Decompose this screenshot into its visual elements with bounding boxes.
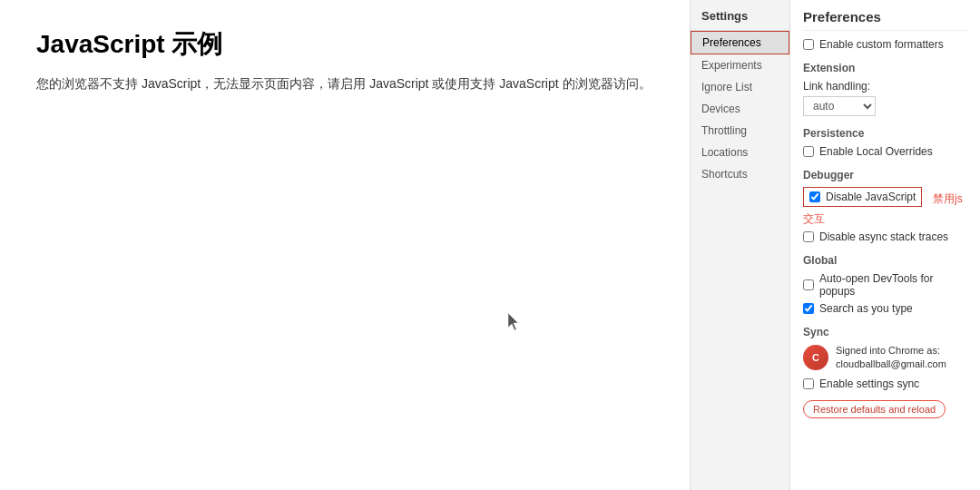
sync-section-title: Sync bbox=[803, 326, 967, 338]
enable-local-overrides-label: Enable Local Overrides bbox=[819, 145, 933, 158]
sidebar-item-preferences[interactable]: Preferences bbox=[691, 31, 789, 54]
disable-javascript-item[interactable]: Disable JavaScript bbox=[803, 187, 922, 207]
search-as-you-type-label: Search as you type bbox=[819, 302, 913, 315]
preferences-panel: Preferences Enable custom formatters Ext… bbox=[790, 0, 980, 490]
persistence-section-title: Persistence bbox=[803, 127, 967, 140]
settings-header: Settings bbox=[691, 0, 789, 31]
disable-javascript-row: Disable JavaScript 禁用js交互 bbox=[803, 187, 967, 227]
preferences-title: Preferences bbox=[803, 9, 967, 31]
sync-text: Signed into Chrome as: cloudballball@gma… bbox=[836, 344, 946, 372]
settings-sidebar: Settings Preferences Experiments Ignore … bbox=[691, 0, 790, 490]
enable-custom-formatters-label: Enable custom formatters bbox=[819, 38, 944, 51]
page-title: JavaScript 示例 bbox=[36, 27, 653, 62]
sidebar-item-devices[interactable]: Devices bbox=[691, 98, 789, 120]
devtools-panel: Settings Preferences Experiments Ignore … bbox=[690, 0, 980, 490]
disable-javascript-label: Disable JavaScript bbox=[826, 191, 916, 203]
webpage-panel: JavaScript 示例 您的浏览器不支持 JavaScript，无法显示页面… bbox=[0, 0, 690, 490]
debugger-section-title: Debugger bbox=[803, 169, 967, 181]
enable-settings-sync-checkbox[interactable] bbox=[803, 378, 814, 389]
link-handling-select[interactable]: auto bbox=[803, 96, 876, 116]
global-section-title: Global bbox=[803, 254, 967, 267]
disable-async-stack-traces-label: Disable async stack traces bbox=[819, 230, 948, 243]
enable-local-overrides-item[interactable]: Enable Local Overrides bbox=[803, 145, 967, 158]
link-handling-label: Link handling: bbox=[803, 80, 967, 93]
disable-javascript-checkbox[interactable] bbox=[809, 191, 820, 202]
sidebar-item-experiments[interactable]: Experiments bbox=[691, 54, 789, 76]
disable-async-stack-traces-item[interactable]: Disable async stack traces bbox=[803, 230, 967, 243]
auto-open-devtools-item[interactable]: Auto-open DevTools for popups bbox=[803, 272, 967, 298]
cursor-icon bbox=[508, 313, 523, 331]
signed-in-label: Signed into Chrome as: bbox=[836, 344, 946, 358]
avatar: C bbox=[803, 345, 828, 370]
sync-info: C Signed into Chrome as: cloudballball@g… bbox=[803, 344, 967, 372]
enable-settings-sync-label: Enable settings sync bbox=[819, 377, 919, 390]
sidebar-item-ignore-list[interactable]: Ignore List bbox=[691, 76, 789, 98]
sidebar-item-throttling[interactable]: Throttling bbox=[691, 120, 789, 142]
enable-custom-formatters-checkbox[interactable] bbox=[803, 39, 814, 50]
disable-async-stack-traces-checkbox[interactable] bbox=[803, 231, 814, 242]
search-as-you-type-item[interactable]: Search as you type bbox=[803, 302, 967, 315]
user-email: cloudballball@gmail.com bbox=[836, 358, 946, 371]
extension-section-title: Extension bbox=[803, 62, 967, 74]
sidebar-item-shortcuts[interactable]: Shortcuts bbox=[691, 163, 789, 185]
auto-open-devtools-checkbox[interactable] bbox=[803, 279, 814, 290]
restore-defaults-button[interactable]: Restore defaults and reload bbox=[803, 400, 946, 418]
search-as-you-type-checkbox[interactable] bbox=[803, 303, 814, 314]
enable-settings-sync-item[interactable]: Enable settings sync bbox=[803, 377, 967, 390]
sidebar-item-locations[interactable]: Locations bbox=[691, 142, 789, 163]
enable-custom-formatters-item[interactable]: Enable custom formatters bbox=[803, 38, 967, 51]
no-js-message: 您的浏览器不支持 JavaScript，无法显示页面内容，请启用 JavaScr… bbox=[36, 76, 653, 93]
enable-local-overrides-checkbox[interactable] bbox=[803, 146, 814, 157]
auto-open-devtools-label: Auto-open DevTools for popups bbox=[819, 272, 967, 298]
